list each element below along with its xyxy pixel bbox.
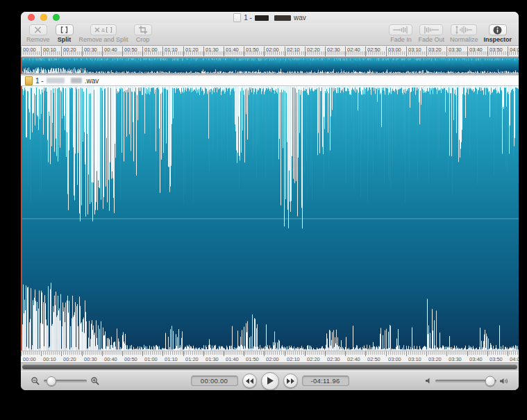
ruler-major-tick — [365, 47, 366, 56]
redacted-text — [255, 15, 269, 21]
rewind-icon — [246, 378, 253, 384]
ruler-major-tick — [224, 47, 224, 56]
ruler-time-label: 03:10 — [408, 356, 421, 362]
ruler-major-tick — [61, 47, 62, 56]
fast-forward-button[interactable] — [283, 373, 298, 388]
ruler-major-tick — [21, 47, 22, 56]
tab-title-prefix: 1 - — [35, 77, 44, 85]
ruler-time-label: 02:20 — [307, 356, 320, 362]
ruler-major-tick — [508, 47, 508, 56]
ruler-major-tick — [264, 47, 265, 56]
ruler-time-label: 02:30 — [327, 356, 340, 362]
redacted-text — [71, 78, 82, 83]
ruler-time-label: 03:50 — [490, 356, 503, 362]
inspector-icon[interactable] — [489, 24, 507, 35]
ruler-major-tick — [406, 47, 407, 56]
ruler-time-label: 03:20 — [428, 356, 442, 362]
zoom-out-icon[interactable] — [31, 376, 40, 386]
ruler-time-label: 01:50 — [246, 47, 259, 53]
ruler-major-tick — [345, 47, 346, 56]
toolbar-button-normalize: Normalize — [450, 24, 478, 43]
ruler-time-label: 03:50 — [490, 47, 503, 53]
ruler-time-label: 00:40 — [104, 47, 117, 53]
split-icon[interactable] — [56, 24, 74, 35]
screenshot-background: 1 - wav RemoveSplit&Remove and SplitCrop… — [0, 0, 527, 420]
toolbar: RemoveSplit&Remove and SplitCrop Fade In… — [21, 23, 519, 46]
play-button[interactable] — [261, 372, 279, 390]
ruler-major-tick — [183, 351, 184, 356]
ruler-major-tick — [305, 351, 306, 356]
toolbar-button-split[interactable]: Split — [56, 24, 74, 43]
ruler-time-label: 02:50 — [367, 47, 380, 53]
ruler-major-tick — [467, 351, 468, 356]
waveform-canvas[interactable] — [21, 86, 519, 351]
ruler-major-tick — [244, 351, 244, 356]
volume-controls — [426, 378, 509, 385]
ruler-time-label: 03:00 — [388, 356, 401, 362]
ruler-time-label: 02:10 — [287, 47, 300, 53]
redacted-text — [274, 15, 291, 21]
bottom-timeline-ruler[interactable]: 00:0000:1000:2000:3000:4000:5001:0001:10… — [21, 351, 519, 362]
zoom-slider-thumb[interactable] — [47, 376, 56, 386]
toolbar-button-crop: Crop — [134, 24, 152, 43]
ruler-major-tick — [82, 351, 83, 356]
ruler-time-label: 00:00 — [23, 356, 36, 362]
zoom-window-button[interactable] — [53, 14, 60, 21]
play-icon — [267, 377, 274, 385]
ruler-time-label: 04:00 — [510, 356, 519, 362]
close-window-button[interactable] — [28, 14, 35, 21]
ruler-time-label: 03:40 — [469, 356, 483, 362]
minimize-window-button[interactable] — [40, 14, 47, 21]
crop-icon — [134, 24, 152, 35]
ruler-major-tick — [305, 47, 306, 56]
ruler-time-label: 03:20 — [428, 47, 442, 53]
ruler-major-tick — [41, 351, 42, 356]
ruler-major-tick — [487, 351, 488, 356]
scrollbar-thumb[interactable] — [22, 364, 517, 369]
window-title: 1 - wav — [233, 13, 306, 22]
ruler-major-tick — [162, 47, 163, 56]
volume-slider-thumb[interactable] — [485, 376, 496, 386]
ruler-major-tick — [102, 351, 103, 356]
zoom-in-icon[interactable] — [90, 376, 100, 386]
ruler-time-label: 02:10 — [287, 356, 300, 362]
zoom-slider[interactable] — [44, 380, 87, 383]
ruler-major-tick — [325, 351, 326, 356]
ruler-minor-ticks — [21, 351, 519, 356]
title-bar: 1 - wav — [21, 12, 519, 23]
volume-slider[interactable] — [435, 380, 496, 383]
ruler-time-label: 02:40 — [347, 47, 360, 53]
ruler-major-tick — [508, 351, 508, 356]
rewind-button[interactable] — [242, 373, 257, 388]
waveform-editor[interactable] — [21, 86, 519, 351]
zoom-controls — [31, 376, 100, 386]
ruler-time-label: 00:00 — [23, 47, 36, 53]
waveform-overview-canvas[interactable] — [21, 58, 519, 74]
volume-max-icon[interactable] — [500, 378, 509, 385]
tab-audio-file[interactable]: 1 - .wav — [25, 76, 99, 85]
ruler-time-label: 01:30 — [206, 47, 219, 53]
fade-in-icon — [389, 24, 412, 35]
ruler-major-tick — [244, 47, 244, 56]
ruler-major-tick — [203, 47, 204, 56]
ruler-time-label: 01:00 — [144, 356, 158, 362]
ruler-time-label: 00:50 — [124, 47, 137, 53]
ruler-time-label: 00:30 — [84, 47, 97, 53]
traffic-lights — [28, 14, 60, 21]
horizontal-scrollbar[interactable] — [21, 362, 519, 371]
ruler-time-label: 03:30 — [449, 47, 462, 53]
ruler-time-label: 01:30 — [206, 356, 219, 362]
ruler-time-label: 00:10 — [43, 356, 56, 362]
remove-icon — [29, 24, 47, 35]
ruler-time-label: 00:30 — [84, 356, 97, 362]
toolbar-button-inspector[interactable]: Inspector — [483, 24, 512, 43]
playhead[interactable] — [21, 86, 22, 351]
ruler-time-label: 02:00 — [266, 356, 279, 362]
overview-playhead[interactable] — [21, 58, 22, 74]
volume-min-icon[interactable] — [426, 378, 432, 384]
waveform-overview[interactable] — [21, 57, 519, 74]
toolbar-button-label: Split — [58, 36, 72, 43]
ruler-time-label: 01:00 — [144, 47, 158, 53]
top-timeline-ruler[interactable]: 00:0000:1000:2000:3000:4000:5001:0001:10… — [21, 46, 519, 57]
remaining-time-display: -04:11.96 — [302, 376, 349, 386]
